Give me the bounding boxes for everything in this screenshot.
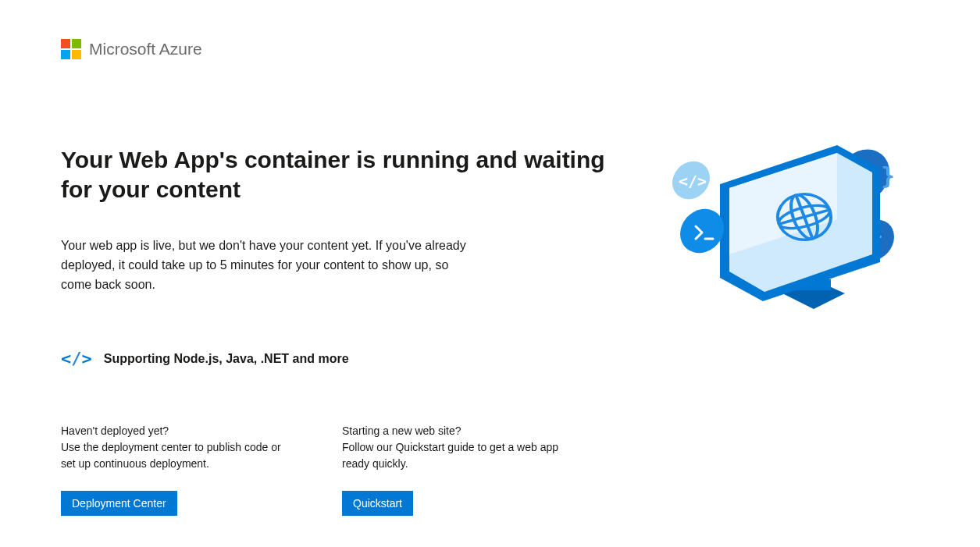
deploy-card-question: Haven't deployed yet?: [61, 423, 295, 439]
supporting-tech-text: Supporting Node.js, Java, .NET and more: [104, 352, 349, 366]
quickstart-card-text: Starting a new web site? Follow our Quic…: [342, 423, 576, 472]
deploy-card-text: Haven't deployed yet? Use the deployment…: [61, 423, 295, 472]
hero-illustration: { }: [669, 137, 919, 328]
quickstart-card-body: Follow our Quickstart guide to get a web…: [342, 441, 558, 470]
quickstart-button[interactable]: Quickstart: [342, 491, 413, 516]
microsoft-logo-icon: [61, 39, 81, 59]
deploy-card: Haven't deployed yet? Use the deployment…: [61, 423, 295, 516]
brand-name: Microsoft Azure: [89, 40, 202, 59]
deployment-center-button[interactable]: Deployment Center: [61, 491, 177, 516]
deploy-card-body: Use the deployment center to publish cod…: [61, 441, 281, 470]
code-icon: </>: [61, 349, 91, 368]
svg-text:</>: </>: [679, 172, 707, 190]
quickstart-card-question: Starting a new web site?: [342, 423, 576, 439]
lead-paragraph: Your web app is live, but we don't have …: [61, 236, 467, 294]
page-title: Your Web App's container is running and …: [61, 145, 615, 204]
quickstart-card: Starting a new web site? Follow our Quic…: [342, 423, 576, 516]
supporting-tech-row: </> Supporting Node.js, Java, .NET and m…: [61, 349, 615, 368]
brand-header: Microsoft Azure: [61, 39, 919, 59]
